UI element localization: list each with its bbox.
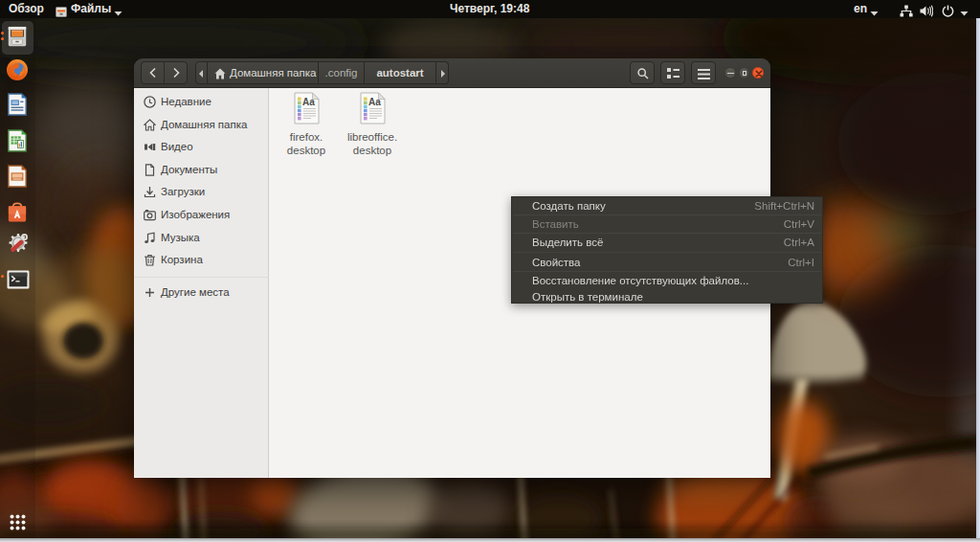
svg-text:Aa: Aa: [302, 97, 315, 107]
svg-text:Aa: Aa: [368, 97, 381, 107]
